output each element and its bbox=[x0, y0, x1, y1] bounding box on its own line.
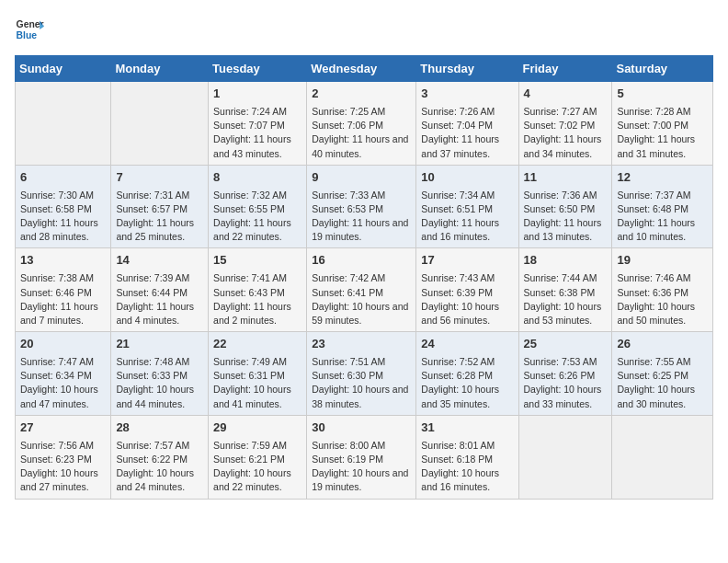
day-number: 25 bbox=[524, 336, 608, 353]
calendar-cell: 22Sunrise: 7:49 AMSunset: 6:31 PMDayligh… bbox=[209, 332, 307, 416]
calendar-cell: 30Sunrise: 8:00 AMSunset: 6:19 PMDayligh… bbox=[307, 415, 416, 499]
day-number: 31 bbox=[421, 419, 513, 437]
day-info: Sunrise: 7:30 AMSunset: 6:58 PMDaylight:… bbox=[20, 189, 106, 245]
week-row-2: 6Sunrise: 7:30 AMSunset: 6:58 PMDaylight… bbox=[16, 165, 713, 248]
calendar-cell: 19Sunrise: 7:46 AMSunset: 6:36 PMDayligh… bbox=[612, 248, 713, 332]
calendar-cell: 6Sunrise: 7:30 AMSunset: 6:58 PMDaylight… bbox=[16, 165, 111, 248]
calendar-table: SundayMondayTuesdayWednesdayThursdayFrid… bbox=[15, 55, 713, 500]
calendar-cell: 15Sunrise: 7:41 AMSunset: 6:43 PMDayligh… bbox=[209, 248, 307, 332]
day-number: 6 bbox=[20, 169, 106, 187]
calendar-cell: 7Sunrise: 7:31 AMSunset: 6:57 PMDaylight… bbox=[111, 165, 209, 248]
header-thursday: Thursday bbox=[416, 56, 518, 82]
day-number: 12 bbox=[617, 169, 708, 187]
header-sunday: Sunday bbox=[16, 56, 111, 82]
day-number: 20 bbox=[20, 336, 106, 353]
day-number: 22 bbox=[213, 336, 301, 353]
calendar-cell: 17Sunrise: 7:43 AMSunset: 6:39 PMDayligh… bbox=[416, 248, 518, 332]
day-info: Sunrise: 7:43 AMSunset: 6:39 PMDaylight:… bbox=[421, 271, 513, 327]
svg-text:Blue: Blue bbox=[17, 30, 38, 40]
header-wednesday: Wednesday bbox=[307, 56, 416, 82]
calendar-cell: 3Sunrise: 7:26 AMSunset: 7:04 PMDaylight… bbox=[416, 82, 518, 166]
day-number: 16 bbox=[312, 252, 411, 270]
calendar-cell: 26Sunrise: 7:55 AMSunset: 6:25 PMDayligh… bbox=[612, 332, 713, 416]
day-number: 4 bbox=[524, 86, 608, 103]
day-info: Sunrise: 7:26 AMSunset: 7:04 PMDaylight:… bbox=[421, 105, 513, 161]
week-row-5: 27Sunrise: 7:56 AMSunset: 6:23 PMDayligh… bbox=[16, 415, 713, 499]
day-info: Sunrise: 8:00 AMSunset: 6:19 PMDaylight:… bbox=[312, 439, 411, 495]
calendar-cell: 10Sunrise: 7:34 AMSunset: 6:51 PMDayligh… bbox=[416, 165, 518, 248]
calendar-cell: 12Sunrise: 7:37 AMSunset: 6:48 PMDayligh… bbox=[612, 165, 713, 248]
day-info: Sunrise: 7:44 AMSunset: 6:38 PMDaylight:… bbox=[524, 271, 608, 327]
calendar-cell bbox=[111, 82, 209, 166]
day-info: Sunrise: 7:36 AMSunset: 6:50 PMDaylight:… bbox=[524, 189, 608, 245]
day-number: 27 bbox=[20, 419, 106, 437]
day-info: Sunrise: 7:57 AMSunset: 6:22 PMDaylight:… bbox=[116, 439, 203, 495]
calendar-cell: 21Sunrise: 7:48 AMSunset: 6:33 PMDayligh… bbox=[111, 332, 209, 416]
calendar-cell: 13Sunrise: 7:38 AMSunset: 6:46 PMDayligh… bbox=[16, 248, 111, 332]
day-number: 28 bbox=[116, 419, 203, 437]
calendar-cell: 11Sunrise: 7:36 AMSunset: 6:50 PMDayligh… bbox=[518, 165, 612, 248]
calendar-cell: 28Sunrise: 7:57 AMSunset: 6:22 PMDayligh… bbox=[111, 415, 209, 499]
day-number: 5 bbox=[617, 86, 708, 103]
day-info: Sunrise: 7:37 AMSunset: 6:48 PMDaylight:… bbox=[617, 189, 708, 245]
day-info: Sunrise: 7:59 AMSunset: 6:21 PMDaylight:… bbox=[213, 439, 301, 495]
day-number: 26 bbox=[617, 336, 708, 353]
day-number: 21 bbox=[116, 336, 203, 353]
day-number: 9 bbox=[312, 169, 411, 187]
day-number: 18 bbox=[524, 252, 608, 270]
day-number: 24 bbox=[421, 336, 513, 353]
day-number: 8 bbox=[213, 169, 301, 187]
day-info: Sunrise: 8:01 AMSunset: 6:18 PMDaylight:… bbox=[421, 439, 513, 495]
calendar-cell: 27Sunrise: 7:56 AMSunset: 6:23 PMDayligh… bbox=[16, 415, 111, 499]
day-number: 2 bbox=[312, 86, 411, 103]
week-row-3: 13Sunrise: 7:38 AMSunset: 6:46 PMDayligh… bbox=[16, 248, 713, 332]
calendar-cell: 5Sunrise: 7:28 AMSunset: 7:00 PMDaylight… bbox=[612, 82, 713, 166]
day-info: Sunrise: 7:53 AMSunset: 6:26 PMDaylight:… bbox=[524, 355, 608, 411]
day-info: Sunrise: 7:27 AMSunset: 7:02 PMDaylight:… bbox=[524, 105, 608, 161]
header-saturday: Saturday bbox=[612, 56, 713, 82]
calendar-cell: 24Sunrise: 7:52 AMSunset: 6:28 PMDayligh… bbox=[416, 332, 518, 416]
calendar-cell: 18Sunrise: 7:44 AMSunset: 6:38 PMDayligh… bbox=[518, 248, 612, 332]
header-friday: Friday bbox=[518, 56, 612, 82]
day-info: Sunrise: 7:24 AMSunset: 7:07 PMDaylight:… bbox=[213, 105, 301, 161]
calendar-header-row: SundayMondayTuesdayWednesdayThursdayFrid… bbox=[16, 56, 713, 82]
day-info: Sunrise: 7:47 AMSunset: 6:34 PMDaylight:… bbox=[20, 355, 106, 411]
day-info: Sunrise: 7:41 AMSunset: 6:43 PMDaylight:… bbox=[213, 271, 301, 327]
day-number: 29 bbox=[213, 419, 301, 437]
calendar-cell bbox=[518, 415, 612, 499]
calendar-cell: 31Sunrise: 8:01 AMSunset: 6:18 PMDayligh… bbox=[416, 415, 518, 499]
day-number: 19 bbox=[617, 252, 708, 270]
day-info: Sunrise: 7:49 AMSunset: 6:31 PMDaylight:… bbox=[213, 355, 301, 411]
calendar-cell: 1Sunrise: 7:24 AMSunset: 7:07 PMDaylight… bbox=[209, 82, 307, 166]
header-monday: Monday bbox=[111, 56, 209, 82]
day-number: 15 bbox=[213, 252, 301, 270]
calendar-cell: 4Sunrise: 7:27 AMSunset: 7:02 PMDaylight… bbox=[518, 82, 612, 166]
week-row-1: 1Sunrise: 7:24 AMSunset: 7:07 PMDaylight… bbox=[16, 82, 713, 166]
day-info: Sunrise: 7:42 AMSunset: 6:41 PMDaylight:… bbox=[312, 271, 411, 327]
calendar-cell: 14Sunrise: 7:39 AMSunset: 6:44 PMDayligh… bbox=[111, 248, 209, 332]
calendar-cell bbox=[612, 415, 713, 499]
day-number: 7 bbox=[116, 169, 203, 187]
day-number: 14 bbox=[116, 252, 203, 270]
day-info: Sunrise: 7:56 AMSunset: 6:23 PMDaylight:… bbox=[20, 439, 106, 495]
day-info: Sunrise: 7:34 AMSunset: 6:51 PMDaylight:… bbox=[421, 189, 513, 245]
calendar-cell: 9Sunrise: 7:33 AMSunset: 6:53 PMDaylight… bbox=[307, 165, 416, 248]
calendar-cell: 25Sunrise: 7:53 AMSunset: 6:26 PMDayligh… bbox=[518, 332, 612, 416]
calendar-cell: 29Sunrise: 7:59 AMSunset: 6:21 PMDayligh… bbox=[209, 415, 307, 499]
calendar-cell: 20Sunrise: 7:47 AMSunset: 6:34 PMDayligh… bbox=[16, 332, 111, 416]
day-info: Sunrise: 7:25 AMSunset: 7:06 PMDaylight:… bbox=[312, 105, 411, 161]
day-number: 13 bbox=[20, 252, 106, 270]
day-info: Sunrise: 7:52 AMSunset: 6:28 PMDaylight:… bbox=[421, 355, 513, 411]
day-info: Sunrise: 7:31 AMSunset: 6:57 PMDaylight:… bbox=[116, 189, 203, 245]
calendar-cell: 8Sunrise: 7:32 AMSunset: 6:55 PMDaylight… bbox=[209, 165, 307, 248]
day-number: 17 bbox=[421, 252, 513, 270]
day-number: 10 bbox=[421, 169, 513, 187]
day-info: Sunrise: 7:46 AMSunset: 6:36 PMDaylight:… bbox=[617, 271, 708, 327]
day-info: Sunrise: 7:39 AMSunset: 6:44 PMDaylight:… bbox=[116, 271, 203, 327]
logo: General Blue bbox=[15, 15, 48, 44]
calendar-cell: 23Sunrise: 7:51 AMSunset: 6:30 PMDayligh… bbox=[307, 332, 416, 416]
day-info: Sunrise: 7:48 AMSunset: 6:33 PMDaylight:… bbox=[116, 355, 203, 411]
header-tuesday: Tuesday bbox=[209, 56, 307, 82]
day-number: 30 bbox=[312, 419, 411, 437]
day-info: Sunrise: 7:32 AMSunset: 6:55 PMDaylight:… bbox=[213, 189, 301, 245]
